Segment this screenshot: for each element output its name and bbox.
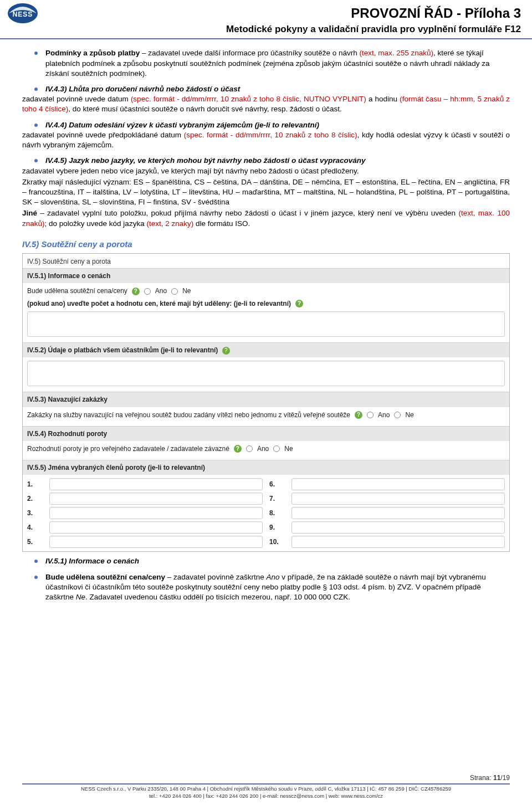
jmena-input-2[interactable] [49, 493, 263, 505]
help-icon[interactable]: ? [234, 445, 242, 453]
bullet-iv45: IV.4.5) Jazyk nebo jazyky, ve kterých mo… [45, 156, 510, 229]
sc-head-54: IV.5.4) Rozhodnutí poroty [23, 426, 509, 441]
section-heading-iv5: IV.5) Soutěžní ceny a porota [22, 239, 510, 250]
radio-ne[interactable] [171, 288, 178, 295]
radio-ano[interactable] [246, 445, 253, 452]
bullet-jine-head: Jiné [22, 209, 37, 217]
doc-subtitle: Metodické pokyny a validační pravidla pr… [11, 23, 521, 36]
jmena-input-5[interactable] [49, 536, 263, 548]
radio-ne[interactable] [394, 412, 401, 418]
jmena-input-3[interactable] [49, 507, 263, 519]
footer-line2: tel.: +420 244 026 400 | fax: +420 244 0… [22, 793, 510, 799]
bullet-text: zadavatel povinně uvede datum [22, 95, 131, 103]
bullet-head: Bude udělena soutěžní cena/ceny [45, 573, 165, 581]
num-6: 6. [269, 480, 285, 489]
bullet-iv51: IV.5.1) Informace o cenách [45, 556, 510, 566]
bullet-text: Zkratky mají následující význam: ES – šp… [22, 177, 510, 208]
label-ano: Ano [378, 411, 390, 419]
num-1: 1. [27, 480, 43, 489]
jmena-input-9[interactable] [291, 521, 505, 534]
bullet-bude-udelena: Bude udělena soutěžní cena/ceny – zadava… [45, 572, 510, 603]
sc-label-51b: (pokud ano) uveďte počet a hodnotu cen, … [27, 299, 291, 308]
bullet-iv44: IV.4.4) Datum odeslání výzev k účasti vy… [45, 120, 510, 151]
bullet-red: (spec. formát - dd/mm/rrrr, 10 znaků z t… [184, 131, 357, 139]
radio-ano[interactable] [144, 288, 151, 295]
page-header: NESS PROVOZNÍ ŘÁD - Příloha 3 Metodické … [0, 0, 532, 39]
jmena-input-7[interactable] [291, 493, 505, 505]
jmena-input-4[interactable] [49, 521, 263, 534]
bullet-red: (text, 2 znaky) [146, 219, 193, 228]
ness-logo-icon: NESS [7, 2, 39, 25]
jmena-grid: 1. 6. 2. 7. 3. 8. 4. 9. 5. 10. [27, 478, 505, 548]
radio-ano[interactable] [367, 412, 374, 418]
help-icon[interactable]: ? [222, 347, 230, 355]
logo: NESS [7, 2, 39, 25]
footer-lines: NESS Czech s.r.o., V Parku 2335/20, 148 … [22, 783, 510, 799]
bullet-head: Podmínky a způsob platby [45, 49, 140, 57]
doc-title: PROVOZNÍ ŘÁD - Příloha 3 [11, 4, 521, 22]
sc-head-55: IV.5.5) Jména vybraných členů poroty (je… [23, 460, 509, 475]
footer-line1: NESS Czech s.r.o., V Parku 2335/20, 148 … [22, 786, 510, 792]
bottom-bullet-list: IV.5.1) Informace o cenách Bude udělena … [22, 556, 510, 602]
sc-label-51: Bude udělena soutěžní cena/ceny [27, 286, 127, 295]
bullet-text: a hodinu [366, 95, 400, 103]
num-4: 4. [27, 523, 43, 532]
label-ne: Ne [405, 411, 413, 419]
help-icon[interactable]: ? [132, 288, 140, 295]
svg-text:NESS: NESS [13, 11, 33, 18]
bullet-head: IV.4.4) Datum odeslání výzev k účasti vy… [45, 120, 510, 130]
textarea-51b[interactable] [27, 311, 505, 337]
num-7: 7. [269, 494, 285, 503]
page-number: Strana: 11/19 [22, 773, 510, 782]
strana-total: /19 [500, 774, 510, 782]
label-ano: Ano [257, 444, 269, 453]
bullet-text: ; do položky uvede kód jazyka [45, 219, 147, 228]
radio-ne[interactable] [273, 445, 280, 452]
jmena-input-1[interactable] [49, 478, 263, 490]
sc-head-52: IV.5.2) Údaje o platbách všem účastníkům… [23, 342, 509, 357]
bullet-text: – zadavatel povinně zaškrtne [165, 573, 266, 581]
bullet-text: . Zadavatel uvedenou částku oddělí po ti… [85, 593, 350, 601]
num-8: 8. [269, 509, 285, 517]
sc-label-54: Rozhodnutí poroty je pro veřejného zadav… [27, 444, 229, 453]
sc-label-53: Zakázky na služby navazující na veřejnou… [27, 411, 350, 419]
bullet-iv43: IV.4.3) Lhůta pro doručení návrhů nebo ž… [45, 84, 510, 115]
sc-head-52-text: IV.5.2) Údaje o platbách všem účastníkům… [27, 346, 218, 354]
num-9: 9. [269, 523, 285, 532]
num-5: 5. [27, 537, 43, 546]
help-icon[interactable]: ? [295, 300, 303, 307]
bullet-red: (text, max. 255 znaků) [360, 49, 434, 57]
bullet-italic: Ne [76, 593, 85, 601]
bullet-text: – zadavatel vyplní tuto položku, pokud p… [37, 209, 458, 217]
num-10: 10. [269, 537, 285, 546]
num-2: 2. [27, 494, 43, 503]
jmena-input-10[interactable] [291, 536, 505, 548]
label-ne: Ne [182, 286, 191, 295]
strana-label: Strana: [470, 774, 493, 782]
label-ne: Ne [284, 444, 293, 453]
help-icon[interactable]: ? [355, 411, 362, 419]
bullet-head: IV.5.1) Informace o cenách [45, 557, 139, 565]
jmena-input-6[interactable] [291, 478, 505, 490]
textarea-52[interactable] [27, 361, 505, 386]
num-3: 3. [27, 509, 43, 517]
form-screenshot: IV.5) Soutěžní ceny a porota IV.5.1) Inf… [22, 253, 510, 552]
sc-head-53: IV.5.3) Navazující zakázky [23, 392, 509, 407]
top-bullet-list: Podmínky a způsob platby – zadavatel uve… [22, 48, 510, 229]
strana-current: 11 [493, 774, 500, 782]
bullet-text: – zadavatel uvede další informace pro úč… [140, 49, 359, 57]
content: Podmínky a způsob platby – zadavatel uve… [0, 39, 532, 613]
label-ano: Ano [155, 286, 167, 295]
page-footer: Strana: 11/19 NESS Czech s.r.o., V Parku… [0, 771, 532, 805]
jmena-input-8[interactable] [291, 507, 505, 519]
bullet-head: IV.4.3) Lhůta pro doručení návrhů nebo ž… [45, 84, 510, 94]
bullet-red: (spec. formát - dd/mm/rrrr, 10 znaků z t… [131, 95, 366, 103]
bullet-podminky: Podmínky a způsob platby – zadavatel uve… [45, 48, 510, 79]
bullet-head: IV.4.5) Jazyk nebo jazyky, ve kterých mo… [45, 156, 510, 166]
sc-outer-title: IV.5) Soutěžní ceny a porota [23, 254, 509, 268]
sc-head-51: IV.5.1) Informace o cenách [23, 268, 509, 283]
bullet-text: zadavatel vybere jeden nebo více jazyků,… [22, 166, 510, 176]
bullet-text: , do které musí účastníci soutěže o návr… [68, 105, 342, 113]
bullet-italic: Ano [266, 573, 279, 581]
bullet-text: zadavatel povinně uvede předpokládané da… [22, 131, 184, 139]
